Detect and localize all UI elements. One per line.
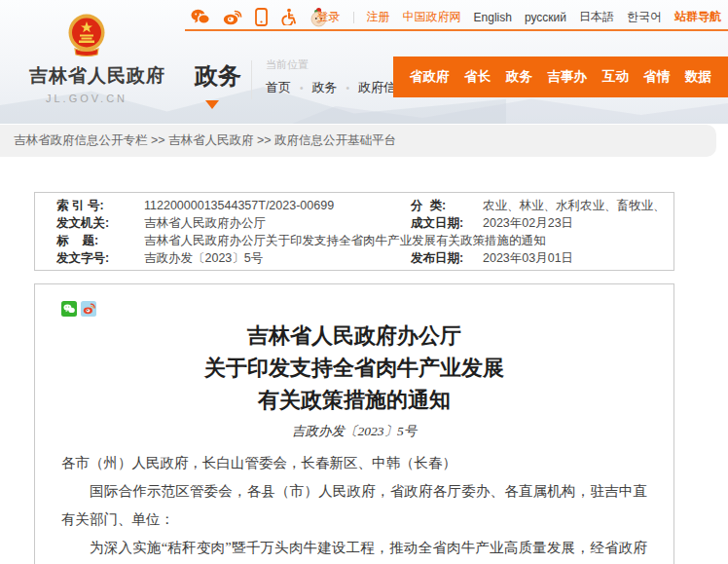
nav-jishiban[interactable]: 吉事办 (547, 68, 587, 86)
crumb-separator: • (346, 83, 350, 94)
nav-interaction[interactable]: 互动 (602, 68, 629, 86)
meta-index-label: 索 引 号: (35, 197, 144, 214)
document-title: 吉林省人民政府办公厅 关于印发支持全省肉牛产业发展 有关政策措施的通知 (61, 320, 647, 416)
crumb-separator: • (300, 83, 304, 94)
triangle-down-icon[interactable] (205, 100, 219, 109)
meta-publish-date-label: 发布日期: (389, 249, 483, 267)
weibo-share-icon[interactable] (81, 301, 96, 317)
social-icon-row (191, 6, 328, 27)
lang-english-link[interactable]: English (474, 11, 512, 24)
meta-publish-date-value: 2023年03月01日 (483, 249, 664, 267)
crumb-home[interactable]: 首页 (266, 79, 291, 96)
document-title-line: 关于印发支持全省肉牛产业发展 (61, 352, 647, 384)
crumb-zhengwu[interactable]: 政务 (312, 79, 338, 96)
nav-province-info[interactable]: 省情 (643, 68, 670, 86)
meta-doc-number-label: 发文字号: (35, 249, 144, 267)
nav-governor[interactable]: 省长 (464, 68, 491, 86)
main-nav: 省政府 省长 政务 吉事办 互动 省情 数据 (393, 56, 728, 97)
login-link[interactable]: 登录 (317, 9, 341, 25)
weibo-icon[interactable] (223, 9, 242, 25)
nav-data[interactable]: 数据 (685, 68, 711, 86)
wechat-share-icon[interactable] (61, 301, 77, 317)
header-accent-line (185, 29, 728, 31)
breadcrumb-path[interactable]: 吉林省政府信息公开专栏 >> 吉林省人民政府 >> 政府信息公开基础平台 (14, 132, 396, 149)
meta-written-date-value: 2023年02月23日 (483, 214, 664, 232)
paragraph-addressees-2: 国际合作示范区管委会，各县（市）人民政府，省政府各厅委办、各直属机构，驻吉中直有… (61, 477, 647, 534)
document-title-line: 吉林省人民政府办公厅 (61, 320, 647, 352)
user-links-row: 登录 注册 中国政府网 English русский 日本語 한국어 站群导航 (317, 9, 721, 25)
site-logo[interactable]: 吉林省人民政府 JL.GOV.CN (29, 14, 144, 104)
register-link[interactable]: 注册 (367, 9, 390, 25)
document-body: 各市（州）人民政府，长白山管委会，长春新区、中韩（长春） 国际合作示范区管委会，… (61, 449, 647, 564)
document-content: 吉林省人民政府办公厅 关于印发支持全省肉牛产业发展 有关政策措施的通知 吉政办发… (34, 283, 674, 564)
meta-category-label: 分 类: (389, 197, 483, 214)
share-icon-row (61, 301, 647, 317)
gov-china-link[interactable]: 中国政府网 (403, 9, 461, 25)
site-header: 吉林省人民政府 JL.GOV.CN (0, 0, 728, 124)
meta-category-value: 农业、林业、水利农业、畜牧业、渔业通知 (483, 197, 664, 214)
divider (251, 60, 252, 99)
document-title-line: 有关政策措施的通知 (61, 384, 647, 416)
meta-title-label: 标 题: (35, 232, 144, 249)
nav-provincial-gov[interactable]: 省政府 (410, 68, 450, 86)
lang-russian-link[interactable]: русский (525, 11, 566, 24)
lang-korean-link[interactable]: 한국어 (627, 9, 662, 25)
site-domain: JL.GOV.CN (29, 93, 144, 104)
meta-written-date-label: 成文日期: (389, 214, 483, 232)
site-group-nav-link[interactable]: 站群导航 (674, 9, 721, 25)
meta-doc-number-value: 吉政办发〔2023〕5号 (144, 249, 389, 267)
accessibility-icon[interactable] (280, 8, 297, 25)
meta-issuer-label: 发文机关: (35, 214, 144, 232)
mobile-icon[interactable] (255, 8, 268, 26)
section-title: 政务 (195, 60, 241, 92)
document-meta-table: 索 引 号: 11220000013544357T/2023-00699 分 类… (34, 192, 674, 271)
meta-title-value: 吉林省人民政府办公厅关于印发支持全省肉牛产业发展有关政策措施的通知 (144, 232, 664, 249)
paragraph-main: 为深入实施“秸秆变肉”暨千万头肉牛建设工程，推动全省肉牛产业高质量发展，经省政府… (61, 534, 647, 564)
mountain-decoration (292, 94, 728, 124)
meta-index-value: 11220000013544357T/2023-00699 (144, 197, 389, 214)
document-number: 吉政办发〔2023〕5号 (61, 423, 647, 440)
paragraph-addressees-1: 各市（州）人民政府，长白山管委会，长春新区、中韩（长春） (61, 449, 647, 477)
meta-issuer-value: 吉林省人民政府办公厅 (144, 214, 389, 232)
site-name: 吉林省人民政府 (29, 63, 144, 89)
lang-japanese-link[interactable]: 日本語 (579, 9, 614, 25)
wechat-icon[interactable] (191, 9, 210, 25)
nav-zhengwu[interactable]: 政务 (506, 68, 532, 86)
national-emblem-icon (67, 14, 106, 56)
divider (353, 12, 354, 23)
breadcrumb-bar: 吉林省政府信息公开专栏 >> 吉林省人民政府 >> 政府信息公开基础平台 (0, 125, 716, 157)
